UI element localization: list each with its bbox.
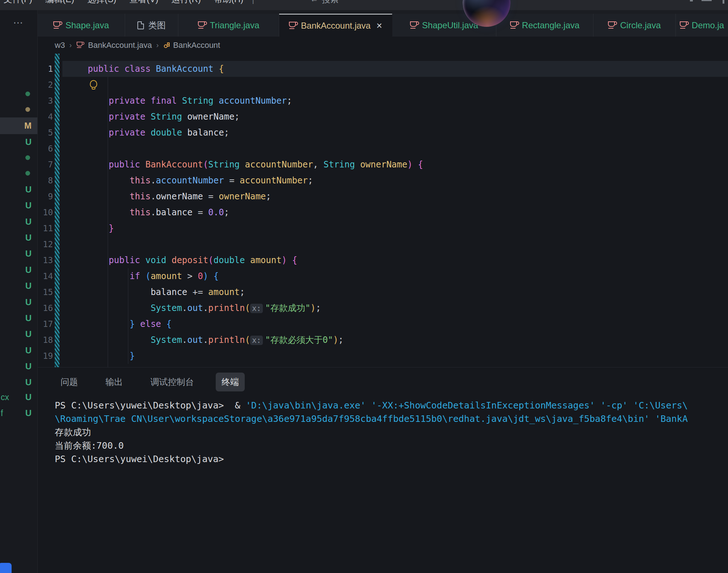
code-token: amount [208,287,240,297]
tab-Shape.java[interactable]: Shape.java [38,14,125,37]
line-number: 18 [38,332,53,348]
lightbulb-icon[interactable] [90,80,97,88]
code-token: BankAccount [156,64,219,74]
explorer-sidebar[interactable]: ⋯ MUUUUUUUUUUUUUUUcxUf [0,10,38,573]
code-token: "存款成功" [265,303,310,313]
code-token: private [109,128,151,138]
code-line: 4 private String ownerName; [38,109,728,125]
code-editor[interactable]: 1public class BankAccount {23 private fi… [38,54,728,367]
code-token [88,303,150,313]
tab-label: Triangle.java [210,20,260,30]
git-status-badge: U [25,200,32,211]
breadcrumb-folder[interactable]: w3 [55,41,65,50]
selected-file-row[interactable] [0,117,37,134]
code-token: ownerName [156,191,203,202]
code-token: accountNumber [219,96,287,106]
git-status-dot [25,92,30,96]
code-token: println [208,303,245,313]
tab-label: BankAccount.java [301,21,371,31]
more-actions-icon[interactable]: ⋯ [13,17,24,29]
code-token [88,319,130,329]
tab-label: Demo.ja [692,20,724,30]
chevron-right-icon: › [156,41,159,49]
code-token [88,271,130,281]
line-number: 2 [38,77,53,93]
code-line: 12 [38,236,728,252]
tab-Triangle.java[interactable]: Triangle.java [178,14,279,37]
bottom-left-blue-button[interactable] [0,563,12,573]
back-arrow-icon[interactable]: ← [310,0,318,7]
panel-tab-终端[interactable]: 终端 [216,373,245,391]
git-status-dot [25,107,30,112]
tab-BankAccount.java[interactable]: BankAccount.java× [279,14,392,37]
code-line: 14 if (amount > 0) { [38,268,728,284]
java-icon [289,22,296,27]
code-token [88,335,150,345]
code-token: accountNumber [156,175,224,186]
code-token [208,271,213,281]
code-token: balance [150,287,187,297]
menu-item[interactable]: 文件(F) [4,0,32,7]
tab-Rectangle.java[interactable]: Rectangle.java [496,14,593,37]
code-token: 0.0 [208,207,224,217]
search-box[interactable]: 搜索 [322,0,339,7]
menu-item[interactable]: 帮助(H) [214,0,243,7]
tab-bar: Shape.java类图Triangle.javaBankAccount.jav… [38,10,728,37]
code-token: . [182,303,187,313]
tab-label: Circle.java [620,20,661,30]
code-token: ) [310,303,315,313]
git-status-badge: U [25,313,32,323]
code-token: ; [316,303,321,313]
menu-item[interactable]: 运行(R) [171,0,201,7]
panel-tab-调试控制台[interactable]: 调试控制台 [145,373,200,391]
panel-tab-问题[interactable]: 问题 [55,373,84,391]
close-icon[interactable]: × [376,22,382,29]
file-name-clipped[interactable]: f [1,408,3,418]
code-line: 20 } [38,364,728,367]
tab-label: ShapeUtil.java [422,20,478,30]
code-line: 17 } else { [38,316,728,332]
code-token: accountNumber [245,159,313,170]
tab-Demo.ja[interactable]: Demo.ja [676,14,728,37]
java-icon [680,21,687,27]
line-number: 1 [38,61,53,77]
tab-Circle.java[interactable]: Circle.java [593,14,676,37]
code-token [88,223,109,233]
code-token: . [150,207,156,217]
panel-tab-输出[interactable]: 输出 [100,373,129,391]
menu-item[interactable]: 查看(V) [129,0,158,7]
line-number: 6 [38,141,53,157]
breadcrumb-file[interactable]: BankAccount.java [88,41,152,50]
terminal-output[interactable]: PS C:\Users\yuwei\Desktop\java> & 'D:\ja… [55,399,728,466]
terminal-line: PS C:\Users\yuwei\Desktop\java> [55,452,728,466]
code-token: private final [109,96,182,106]
tab-类图[interactable]: 类图 [125,14,178,37]
git-status-badge: U [25,233,32,243]
code-token: { [214,271,219,281]
terminal-text: 当前余额:700.0 [55,440,124,451]
file-name-clipped[interactable]: cx [1,393,9,402]
code-token: > [182,271,198,281]
terminal-line: \Roaming\Trae CN\User\workspaceStorage\a… [55,412,728,425]
breadcrumb-symbol[interactable]: BankAccount [173,41,220,50]
code-token: System [150,335,182,345]
menu-item[interactable]: 编辑(E) [45,0,74,7]
code-token: else [135,319,166,329]
breadcrumb[interactable]: w3 › BankAccount.java › BankAccount [38,37,728,54]
git-status-badge: U [25,377,32,387]
code-token: ( [245,303,250,313]
code-token: ; [224,207,229,217]
menu-item[interactable]: 选择(S) [87,0,116,7]
code-token: = [224,175,240,186]
code-token: public [109,159,145,170]
line-number: 17 [38,316,53,332]
tab-label: Shape.java [65,20,109,30]
line-number: 4 [38,109,53,125]
code-token: ownerName [360,159,407,170]
file-icon [137,21,144,29]
code-token [88,207,130,217]
code-token: out [187,303,203,313]
menu-items[interactable]: 文件(F)编辑(E)选择(S)查看(V)运行(R)帮助(H) [4,0,256,7]
git-status-badge: U [25,408,32,418]
line-number: 10 [38,204,53,220]
